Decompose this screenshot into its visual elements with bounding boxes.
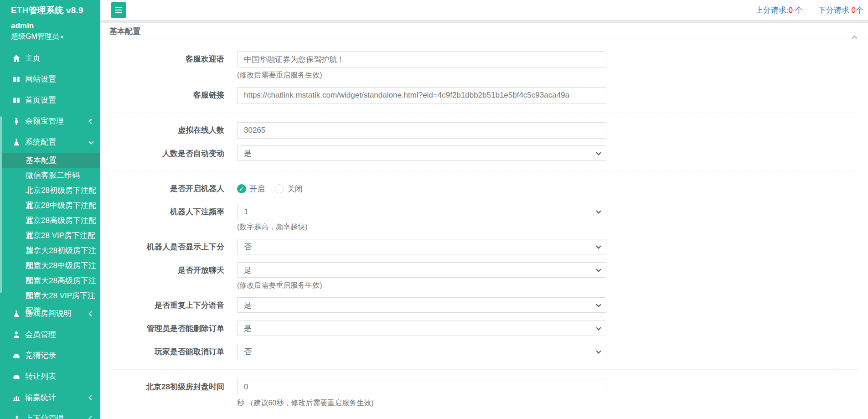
submenu-item-ca28-senior[interactable]: 加拿大28高级房下注配置	[0, 273, 100, 288]
sidebar-item-label: 会员管理	[25, 329, 56, 340]
form-row-player-cancel: 玩家是否能取消订单 否	[112, 344, 857, 360]
sidebar-item-system-config[interactable]: 系统配置	[0, 132, 100, 153]
submenu-item-bj28-senior[interactable]: 北京28高级房下注配置	[0, 213, 100, 228]
submenu-item-ca28-middle[interactable]: 加拿大28中级房下注配置	[0, 258, 100, 273]
submenu-item-bj28-vip[interactable]: 北京28 VIP房下注配置	[0, 228, 100, 243]
person-icon	[12, 117, 21, 125]
sidebar-item-label: 余额宝管理	[25, 116, 64, 126]
sidebar-item-yuebao[interactable]: 余额宝管理	[0, 111, 100, 132]
sidebar-item-site-settings[interactable]: 网站设置	[0, 69, 100, 90]
field-note: (修改后需要重启服务生效)	[237, 281, 606, 290]
form-row-robot-enabled: 是否开启机器人 ✓ 开启 关闭	[112, 181, 857, 197]
service-link-input[interactable]	[237, 87, 606, 103]
sidebar-item-label: 主页	[25, 53, 41, 63]
main-area: 上分请求:0 个 下分请求 0个 基本配置 客服欢迎语 (修改后需要重启服务生效…	[100, 0, 868, 419]
down-score-requests-link[interactable]: 下分请求 0个	[818, 5, 863, 16]
chevron-left-icon	[88, 311, 93, 316]
chevron-down-icon	[88, 139, 93, 144]
field-label: 玩家是否能取消订单	[112, 344, 224, 360]
sidebar-item-homepage-settings[interactable]: 首页设置	[0, 90, 100, 111]
sidebar-item-label: 竞猜记录	[25, 350, 56, 361]
chevron-left-icon	[88, 395, 93, 400]
form-row-welcome: 客服欢迎语 (修改后需要重启服务生效)	[112, 51, 857, 80]
radio-on-checked[interactable]: ✓	[237, 184, 246, 193]
collapse-panel-button[interactable]	[852, 29, 859, 34]
repeat-voice-select[interactable]: 是	[237, 297, 606, 313]
down-requests-label: 下分请求	[818, 6, 852, 15]
sidebar-toggle-button[interactable]	[111, 2, 126, 18]
level-up-icon	[12, 414, 21, 419]
field-label: 是否开放聊天	[112, 262, 224, 290]
form-row-robot-show: 机器人是否显示上下分 否	[112, 239, 857, 255]
player-cancel-select[interactable]: 否	[237, 344, 606, 359]
basic-config-panel: 基本配置 客服欢迎语 (修改后需要重启服务生效) 客服链接 虚拟在线人数	[100, 23, 868, 419]
app-title: ETH管理系统 v8.9	[0, 0, 100, 16]
car-icon	[12, 352, 21, 360]
form-row-seal-time: 北京28初级房封盘时间 秒 （建议60秒，修改后需要重启服务生效)	[112, 379, 857, 408]
up-requests-unit: 个	[793, 6, 803, 15]
seal-time-input[interactable]	[237, 379, 606, 395]
field-note: (修改后需要重启服务生效)	[237, 71, 606, 80]
system-config-submenu: 基本配置 微信客服二维码 北京28初级房下注配置 北京28中级房下注配置 北京2…	[0, 153, 100, 303]
sidebar-item-label: 网站设置	[25, 74, 56, 84]
field-note: 秒 （建议60秒，修改后需要重启服务生效)	[237, 398, 606, 408]
sidebar-item-transfer-list[interactable]: 转让列表	[0, 366, 100, 387]
sidebar-scrollbar-thumb[interactable]	[0, 116, 2, 293]
radio-off-unchecked[interactable]	[275, 184, 284, 193]
form-row-auto-change: 人数是否自动变动 是	[112, 145, 857, 162]
virtual-online-users-input[interactable]	[237, 122, 606, 139]
down-requests-unit: 个	[856, 6, 863, 15]
field-label: 机器人下注频率	[112, 204, 224, 232]
basic-config-form: 客服欢迎语 (修改后需要重启服务生效) 客服链接 虚拟在线人数	[100, 40, 868, 419]
submenu-item-wechat-qrcode[interactable]: 微信客服二维码	[0, 168, 100, 183]
robot-rate-select[interactable]: 1	[237, 204, 606, 219]
sidebar-item-game-room-info[interactable]: 游戏房间说明	[0, 303, 100, 324]
topbar-links: 上分请求:0 个 下分请求 0个	[755, 5, 863, 16]
submenu-item-basic-config[interactable]: 基本配置	[0, 153, 100, 168]
sidebar-item-home[interactable]: 主页	[0, 48, 100, 69]
flask-icon	[12, 310, 21, 318]
field-note: (数字越高，频率越快)	[237, 222, 606, 232]
grid-icon	[12, 75, 21, 83]
sidebar-item-label: 转让列表	[25, 371, 56, 382]
sidebar-item-label: 游戏房间说明	[25, 308, 72, 319]
down-requests-count: 0	[852, 6, 856, 15]
admin-delete-select[interactable]: 是	[237, 321, 606, 336]
sidebar-item-members[interactable]: 会员管理	[0, 324, 100, 345]
robot-enabled-radio-group: ✓ 开启 关闭	[237, 181, 606, 197]
auto-change-select[interactable]: 是	[237, 145, 606, 161]
form-row-chat-open: 是否开放聊天 是 (修改后需要重启服务生效)	[112, 262, 857, 290]
sidebar-item-label: 输赢统计	[25, 392, 56, 403]
submenu-item-bj28-middle[interactable]: 北京28中级房下注配置	[0, 198, 100, 213]
chat-open-select[interactable]: 是	[237, 262, 606, 278]
form-row-robot-rate: 机器人下注频率 1 (数字越高，频率越快)	[112, 204, 857, 232]
section-divider	[112, 369, 857, 370]
form-row-admin-delete: 管理员是否能删除订单 是	[112, 321, 857, 337]
panel-title: 基本配置	[109, 26, 140, 36]
field-label: 是否开启机器人	[112, 181, 224, 197]
up-score-requests-link[interactable]: 上分请求:0 个	[755, 5, 803, 16]
submenu-item-bj28-junior[interactable]: 北京28初级房下注配置	[0, 183, 100, 198]
field-label: 客服链接	[112, 87, 224, 103]
chevron-left-icon	[88, 416, 93, 419]
user-icon	[12, 331, 21, 339]
sidebar-item-label: 首页设置	[25, 95, 56, 105]
sidebar-item-score-management[interactable]: 上下分管理	[0, 408, 100, 419]
welcome-message-input[interactable]	[237, 51, 606, 67]
submenu-item-ca28-junior[interactable]: 加拿大28初级房下注配置	[0, 243, 100, 258]
bar-chart-icon	[12, 393, 21, 402]
home-icon	[12, 54, 21, 62]
user-block: admin 超级GM管理员▾	[0, 16, 100, 41]
sidebar: ETH管理系统 v8.9 admin 超级GM管理员▾ 主页 网站设置 首页设置…	[0, 0, 100, 419]
form-row-online-users: 虚拟在线人数	[112, 122, 857, 139]
field-label: 北京28初级房封盘时间	[112, 379, 224, 408]
user-role-dropdown[interactable]: 超级GM管理员▾	[11, 31, 100, 41]
submenu-item-ca28-vip[interactable]: 加拿大28 VIP房下注配置	[0, 288, 100, 303]
panel-header: 基本配置	[100, 23, 868, 40]
robot-show-select[interactable]: 否	[237, 239, 606, 254]
field-label: 客服欢迎语	[112, 51, 224, 80]
sidebar-item-win-loss-stats[interactable]: 输赢统计	[0, 387, 100, 408]
chevron-left-icon	[88, 119, 93, 124]
form-row-service-link: 客服链接	[112, 87, 857, 103]
sidebar-item-bet-records[interactable]: 竞猜记录	[0, 345, 100, 366]
